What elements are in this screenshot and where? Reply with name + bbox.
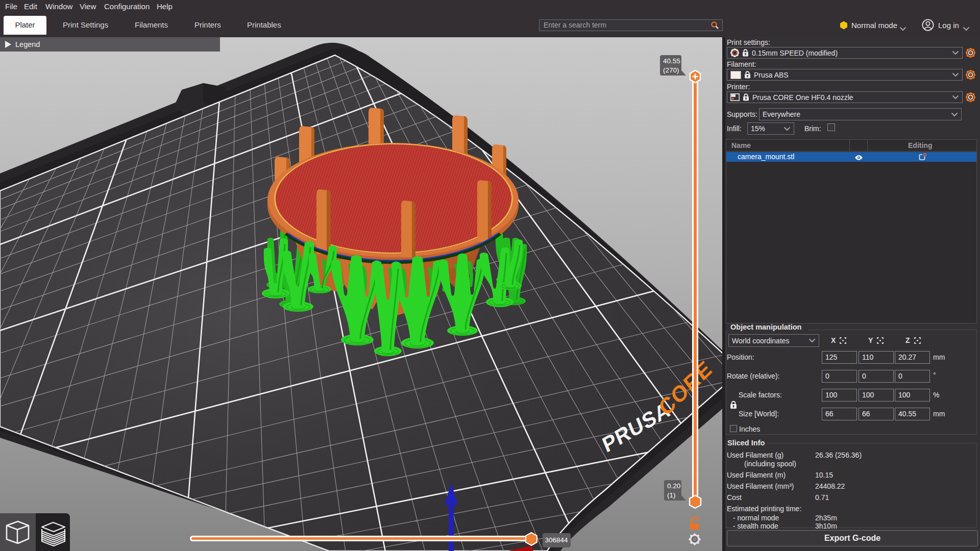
svg-text:306844: 306844: [545, 536, 568, 544]
svg-text:0.20: 0.20: [667, 482, 680, 490]
svg-text:40.55: 40.55: [663, 57, 680, 65]
svg-text:(1): (1): [667, 491, 676, 499]
svg-text:(270): (270): [663, 66, 679, 74]
svg-text:Legend: Legend: [15, 40, 40, 48]
